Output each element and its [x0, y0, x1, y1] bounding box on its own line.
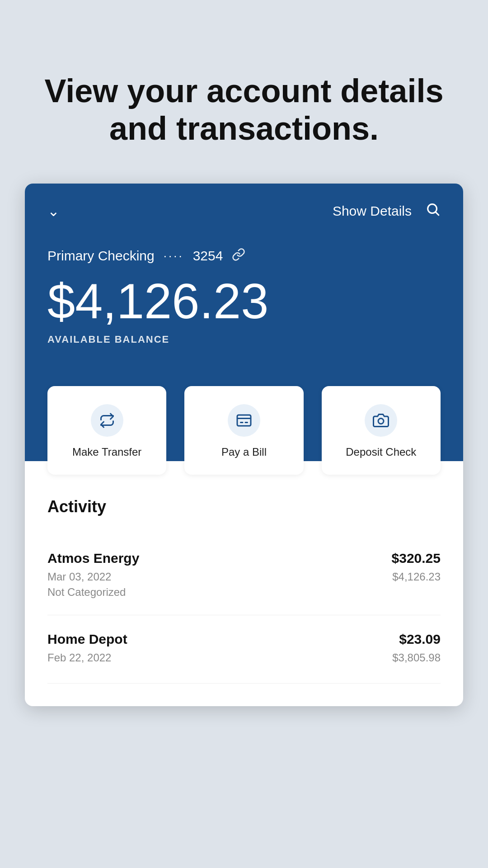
transaction-right: $320.25 $4,126.23	[392, 551, 441, 583]
pay-bill-label: Pay a Bill	[221, 446, 267, 458]
transaction-amount: $23.09	[392, 632, 441, 647]
camera-icon-circle	[365, 404, 397, 437]
account-dots: ····	[164, 249, 184, 263]
transfer-icon	[99, 412, 115, 429]
transfer-icon-circle	[91, 404, 123, 437]
svg-point-3	[378, 418, 384, 424]
link-icon[interactable]	[232, 248, 245, 264]
actions-strip: Make Transfer Pay a Bill Deposit Check	[25, 386, 463, 461]
transaction-running-balance: $3,805.98	[392, 651, 441, 664]
table-row[interactable]: Atmos Energy Mar 03, 2022 Not Categorize…	[47, 534, 441, 615]
activity-title: Activity	[47, 497, 441, 516]
hero-title: View your account details and transactio…	[36, 72, 452, 147]
search-icon[interactable]	[425, 202, 441, 221]
account-last-four: 3254	[193, 248, 223, 264]
transaction-left: Atmos Energy Mar 03, 2022 Not Categorize…	[47, 551, 139, 599]
transaction-category: Not Categorized	[47, 586, 139, 599]
make-transfer-button[interactable]: Make Transfer	[47, 386, 166, 475]
balance-amount: $4,126.23	[47, 274, 441, 328]
deposit-check-button[interactable]: Deposit Check	[322, 386, 441, 475]
transaction-right: $23.09 $3,805.98	[392, 632, 441, 664]
camera-icon	[373, 412, 389, 429]
top-right-controls: Show Details	[333, 202, 441, 221]
activity-section: Activity Atmos Energy Mar 03, 2022 Not C…	[25, 461, 463, 706]
svg-rect-2	[237, 415, 251, 426]
account-header: ⌄ Show Details Primary Checking ···· 325…	[25, 184, 463, 386]
account-name-row: Primary Checking ···· 3254	[47, 248, 441, 264]
chevron-down-icon[interactable]: ⌄	[47, 203, 60, 220]
transaction-name: Atmos Energy	[47, 551, 139, 566]
bill-icon-circle	[228, 404, 260, 437]
make-transfer-label: Make Transfer	[72, 446, 141, 458]
transaction-amount: $320.25	[392, 551, 441, 566]
table-row[interactable]: Home Depot Feb 22, 2022 $23.09 $3,805.98	[47, 615, 441, 684]
account-name-label: Primary Checking	[47, 248, 155, 264]
transaction-date: Mar 03, 2022	[47, 571, 139, 583]
top-bar: ⌄ Show Details	[47, 202, 441, 221]
svg-line-1	[436, 212, 439, 215]
transaction-running-balance: $4,126.23	[392, 571, 441, 583]
bill-icon	[236, 412, 252, 429]
transaction-name: Home Depot	[47, 632, 127, 647]
show-details-button[interactable]: Show Details	[333, 203, 412, 219]
account-card: ⌄ Show Details Primary Checking ···· 325…	[25, 184, 463, 706]
pay-bill-button[interactable]: Pay a Bill	[184, 386, 303, 475]
available-balance-label: Available Balance	[47, 334, 441, 345]
deposit-check-label: Deposit Check	[346, 446, 416, 458]
hero-section: View your account details and transactio…	[0, 0, 488, 184]
transaction-date: Feb 22, 2022	[47, 651, 127, 664]
transaction-left: Home Depot Feb 22, 2022	[47, 632, 127, 667]
